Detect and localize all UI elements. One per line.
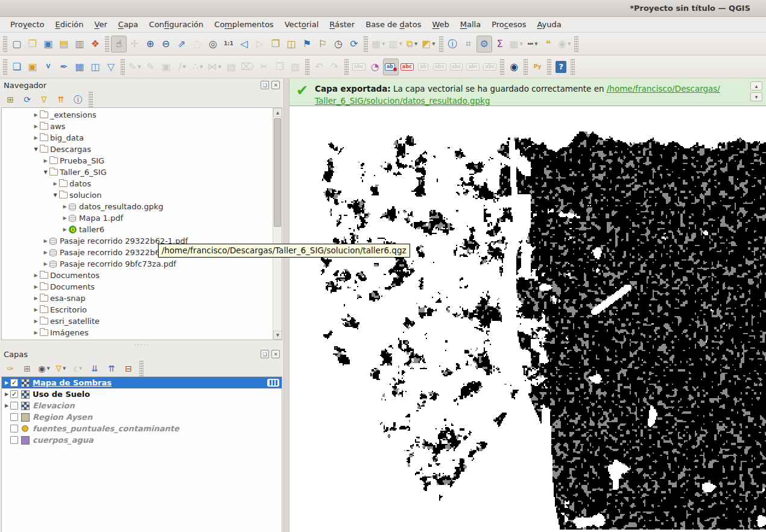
message-link-line1[interactable]: /home/francisco/Descargas/ — [607, 84, 720, 93]
expander-icon[interactable]: ▶ — [32, 112, 40, 118]
expander-icon[interactable]: ▶ — [32, 330, 40, 335]
layer-checkbox[interactable] — [10, 402, 18, 410]
map-tips-button[interactable]: ❝ — [540, 36, 556, 52]
new-spatial-bookmark-button[interactable]: ⚑ — [299, 36, 315, 52]
tree-item[interactable]: ▶Imágenes — [2, 327, 272, 338]
properties-widget-button[interactable]: ⓘ — [70, 92, 86, 107]
filter-legend-dropdown-icon[interactable]: ▼ — [63, 366, 66, 371]
paste-features-button[interactable]: ▥ — [288, 59, 303, 75]
rotate-label-button[interactable]: abc — [464, 59, 481, 75]
data-source-manager-button[interactable]: ❏ — [9, 59, 25, 75]
refresh-map-button[interactable]: ⟳ — [346, 36, 362, 52]
layer-row[interactable]: fuentes_puntuales_contaminante — [2, 423, 282, 434]
layer-indicator-icon[interactable] — [267, 379, 279, 387]
select-features-dropdown-icon[interactable]: ▼ — [382, 42, 385, 46]
remove-layer-button[interactable]: ⊟ — [121, 361, 136, 376]
expander-icon[interactable]: ▶ — [42, 158, 49, 163]
panel-splitter-vertical[interactable] — [283, 78, 290, 532]
tree-item[interactable]: ▼solucion — [2, 189, 272, 201]
filter-by-expression-dropdown-icon[interactable]: ▼ — [79, 366, 82, 371]
deselect-features-dropdown-icon[interactable]: ▼ — [414, 42, 417, 46]
new-project-button[interactable]: ▢ — [9, 36, 25, 52]
tree-item[interactable]: ▶Documents — [2, 281, 272, 293]
scroll-down-icon[interactable]: ▼ — [273, 331, 282, 340]
expander-icon[interactable]: ▶ — [61, 215, 69, 221]
tree-item[interactable]: ▶_extensions — [2, 109, 272, 121]
expander-icon[interactable]: ▶ — [42, 250, 49, 255]
select-features-by-value-dropdown-icon[interactable]: ▼ — [399, 42, 402, 46]
zoom-native-button[interactable]: 1:1 — [221, 36, 236, 52]
expander-icon[interactable]: ▶ — [32, 318, 40, 324]
new-temporary-scratch-layer-button[interactable]: ▦ — [72, 59, 87, 75]
new-3d-map-view-button[interactable]: ◫ — [283, 36, 299, 52]
select-by-location-button[interactable]: ◩▼ — [420, 36, 437, 52]
tree-item[interactable]: ▶aws — [2, 121, 272, 132]
expander-icon[interactable]: ▶ — [32, 273, 40, 278]
layer-row[interactable]: cuerpos_agua — [2, 434, 282, 446]
menu-ver[interactable]: Ver — [89, 18, 113, 31]
menu-complementos[interactable]: Complementos — [209, 18, 279, 31]
layers-float-button[interactable]: ❏ — [261, 350, 269, 358]
open-layer-styling-button[interactable]: ✑ — [2, 361, 18, 376]
collapse-all-button[interactable]: ⇈ — [104, 361, 119, 376]
expander-icon[interactable]: ▼ — [42, 169, 49, 175]
temporal-controller-button[interactable]: ◷ — [331, 36, 346, 52]
menu-proyecto[interactable]: Proyecto — [5, 18, 50, 31]
tree-item[interactable]: ▶esa-snap — [2, 293, 272, 304]
zoom-last-button[interactable]: ◁ — [236, 36, 252, 52]
processing-toolbox-button[interactable]: ⚙ — [476, 36, 492, 52]
tree-item[interactable]: ▶big_data — [2, 132, 272, 144]
digitize-with-segment-button[interactable]: ∕▼ — [174, 59, 190, 75]
vertex-tool-dropdown-icon[interactable]: ▼ — [218, 65, 221, 69]
show-hide-labels-button[interactable]: abc — [431, 59, 448, 75]
expander-icon[interactable]: ▶ — [32, 307, 40, 312]
tree-item[interactable]: ▶Escritorio — [2, 304, 272, 315]
menu-web[interactable]: Web — [426, 18, 454, 31]
expander-icon[interactable]: ▶ — [42, 261, 49, 267]
toolbar-grip[interactable] — [439, 36, 443, 52]
locator-search-button[interactable]: ◉▼ — [556, 36, 572, 52]
new-geopackage-layer-button[interactable]: ▣ — [25, 59, 40, 75]
style-manager-button[interactable]: ❖ — [87, 36, 103, 52]
pan-map-button[interactable]: ☝ — [111, 36, 127, 52]
layer-checkbox[interactable]: ✓ — [10, 390, 18, 398]
open-project-button[interactable]: ❒ — [25, 36, 40, 52]
highlight-pinned-labels-button[interactable]: abc — [399, 59, 416, 75]
toolbar-grip[interactable] — [547, 59, 551, 75]
expander-icon[interactable]: ▶ — [51, 181, 59, 186]
pin-labels-button[interactable]: ab — [383, 59, 399, 75]
measure-button[interactable]: ┅▼ — [525, 36, 540, 52]
menu-malla[interactable]: Malla — [455, 18, 486, 31]
redo-button[interactable]: ↷ — [327, 59, 343, 75]
add-selected-layers-button[interactable]: ⊞ — [2, 92, 18, 107]
expander-icon[interactable]: ▶ — [32, 135, 40, 141]
zoom-in-button[interactable]: ⊕ — [142, 36, 158, 52]
layer-checkbox[interactable] — [10, 413, 18, 421]
add-feature-dropdown-icon[interactable]: ▼ — [200, 65, 203, 69]
toolbar-grip[interactable] — [305, 59, 309, 75]
layer-row[interactable]: ▶✓Mapa de Sombras — [2, 377, 282, 388]
layer-labeling-options-button[interactable]: abc — [350, 59, 367, 75]
layer-expander-icon[interactable]: ▶ — [3, 403, 10, 408]
toggle-editing-button[interactable]: ✎ — [143, 59, 159, 75]
toolbar-grip[interactable] — [344, 59, 349, 75]
expander-icon[interactable]: ▶ — [42, 238, 49, 244]
menu-edici-n[interactable]: Edición — [50, 18, 89, 31]
layers-close-button[interactable]: ✕ — [271, 350, 280, 358]
message-scroll-down-button[interactable]: ▼ — [750, 92, 762, 101]
zoom-next-button[interactable]: ▷ — [252, 36, 268, 52]
filter-by-expression-button[interactable]: ε▼ — [70, 361, 86, 376]
attribute-table-button[interactable]: ▦▼ — [508, 36, 525, 52]
tree-item[interactable]: ▶datos_resultado.gpkg — [2, 201, 272, 212]
copy-features-button[interactable]: ❐ — [272, 59, 288, 75]
window-titlebar[interactable]: *Proyecto sin título — QGIS — [0, 0, 766, 17]
new-virtual-layer-button[interactable]: ▽ — [103, 59, 119, 75]
browser-close-button[interactable]: ✕ — [271, 81, 280, 89]
add-group-button[interactable]: ⊞ — [19, 361, 35, 376]
refresh-browser-button[interactable]: ⟳ — [19, 92, 35, 107]
layer-row[interactable]: Region Aysen — [2, 411, 282, 423]
layer-checkbox[interactable] — [10, 425, 18, 432]
browser-float-button[interactable]: ❏ — [261, 81, 269, 89]
toolbar-grip[interactable] — [364, 36, 368, 52]
tree-item[interactable]: ▶Mapa 1.pdf — [2, 212, 272, 224]
